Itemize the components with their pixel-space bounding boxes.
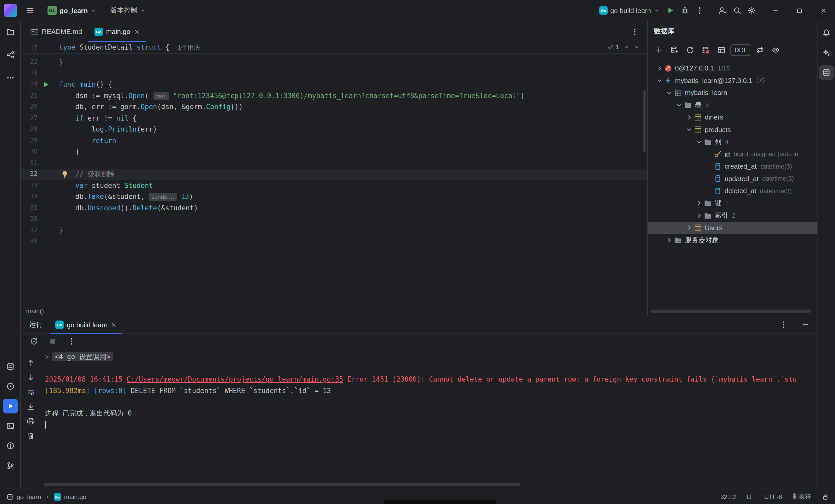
next-problem-button[interactable] (634, 44, 640, 50)
tab-options-button[interactable] (628, 24, 642, 39)
run-tool-button[interactable] (3, 399, 18, 414)
file-link[interactable]: C:/Users/meowr/Documents/projects/go_lea… (127, 375, 343, 383)
console-prev-occurrence-button[interactable] (27, 359, 35, 368)
console-soft-wrap-button[interactable] (27, 388, 35, 398)
close-button[interactable] (811, 0, 835, 21)
code-editor[interactable]: 17 type StudentDetail struct { 1个用法 1 22… (21, 42, 647, 306)
console-scrollbar[interactable] (44, 483, 520, 486)
ai-assistant-tool-button[interactable] (819, 45, 834, 60)
tree-item-mybatis-learn[interactable]: mybatis_learn (648, 87, 817, 99)
inspections-widget[interactable]: 1 (607, 43, 640, 51)
hide-panel-button[interactable] (798, 317, 813, 332)
chevron-down-icon[interactable] (655, 77, 664, 85)
console-fold-handle[interactable]: > (45, 353, 49, 361)
tree-item-id[interactable]: idbigint unsigned (auto in (648, 148, 817, 160)
tree-item-deleted-at[interactable]: deleted_atdatetime(3) (648, 185, 817, 197)
console-clear-all-button[interactable] (27, 432, 35, 442)
project-tool-button[interactable] (3, 24, 18, 39)
tree-item-products[interactable]: products (648, 123, 817, 136)
terminal-tool-button[interactable] (3, 419, 18, 433)
debug-button[interactable] (678, 3, 692, 18)
chevron-right-icon[interactable] (695, 199, 703, 207)
jump-to-data-editor-button[interactable] (715, 43, 728, 57)
status-item[interactable]: 制表符 (792, 492, 811, 501)
structure-tool-button[interactable] (3, 47, 18, 62)
tree-item-表[interactable]: 表3 (648, 99, 817, 111)
settings-button[interactable] (745, 3, 759, 18)
run-panel-options-button[interactable] (776, 317, 791, 332)
tree-item-diners[interactable]: diners (648, 111, 817, 123)
chevron-right-icon[interactable] (685, 113, 693, 122)
status-file[interactable]: main.go (64, 493, 86, 500)
database-tool-button[interactable] (3, 359, 18, 374)
status-item[interactable]: 32:12 (720, 493, 736, 500)
chevron-right-icon[interactable] (665, 236, 673, 244)
chevron-down-icon[interactable] (685, 125, 693, 134)
code-line-23[interactable]: 23 (21, 67, 647, 79)
chevron-right-icon[interactable] (695, 211, 703, 220)
tree-item-updated-at[interactable]: updated_atdatetime(3) (648, 173, 817, 185)
chevron-right-icon[interactable] (655, 64, 664, 73)
run-button[interactable] (663, 3, 678, 18)
code-line-29[interactable]: 29 return (21, 135, 647, 146)
database-scrollbar[interactable] (651, 309, 811, 313)
code-with-me-button[interactable] (715, 3, 730, 18)
sticky-line[interactable]: 17 type StudentDetail struct { 1个用法 (21, 42, 647, 54)
code-line-22[interactable]: 22} (21, 56, 647, 67)
intention-bulb-icon[interactable] (61, 170, 69, 178)
cancel-running-statements-button[interactable] (699, 43, 713, 57)
editor-tab-readme-md[interactable]: README.md (24, 21, 88, 42)
run-config-selector[interactable]: Go go build learn (596, 3, 663, 18)
tree-item-键[interactable]: 键1 (648, 197, 817, 209)
stop-button[interactable] (46, 335, 60, 348)
code-line-26[interactable]: 26 db, err := gorm.Open(dsn, &gorm.Confi… (21, 101, 647, 113)
problems-tool-button[interactable] (3, 439, 18, 453)
more-actions-button[interactable] (692, 3, 707, 18)
tree-item-服务器对象[interactable]: 服务器对象 (648, 234, 817, 246)
code-line-32[interactable]: 32 // 级联删除 (21, 168, 647, 180)
tree-item-索引[interactable]: 索引2 (648, 209, 817, 222)
run-tab[interactable]: Go go build learn (50, 316, 122, 333)
maximize-button[interactable] (787, 0, 811, 21)
jump-to-ddl-button[interactable]: DDL (730, 44, 751, 56)
compare-button[interactable] (753, 43, 767, 57)
folded-command[interactable]: <4 go 设置调用> (52, 352, 113, 361)
chevron-down-icon[interactable] (665, 89, 673, 97)
project-widget-icon[interactable] (6, 493, 14, 500)
refresh-button[interactable] (683, 43, 697, 57)
editor-scrollbar[interactable] (643, 90, 646, 152)
console-print-button[interactable] (27, 417, 35, 427)
code-line-34[interactable]: 34 db.Take(&student, conds…: 13) (21, 191, 647, 202)
code-line-38[interactable]: 38 (21, 236, 647, 247)
editor-tab-main-go[interactable]: Gomain.go (88, 21, 146, 42)
console-scroll-to-end-button[interactable] (27, 402, 35, 412)
project-widget[interactable]: GL go_learn (44, 3, 100, 18)
status-project[interactable]: go_learn (17, 493, 41, 500)
status-item[interactable]: LF (747, 493, 754, 500)
console-next-occurrence-button[interactable] (27, 373, 35, 383)
close-tab-icon[interactable] (111, 322, 117, 328)
tree-item-mybatis-learn-127-0-0-1[interactable]: mybatis_learn@127.0.0.11/6 (648, 74, 817, 87)
code-line-31[interactable]: 31 (21, 157, 647, 168)
new-button[interactable] (652, 43, 666, 57)
tree-item-created-at[interactable]: created_atdatetime(3) (648, 160, 817, 173)
code-line-36[interactable]: 36 (21, 214, 647, 225)
breadcrumb-item[interactable]: main() (26, 307, 44, 315)
minimize-button[interactable] (763, 0, 787, 21)
code-line-25[interactable]: 25 dsn := mysql.Open( dsn: "root:123456@… (21, 90, 647, 101)
console-output[interactable]: ><4 go 设置调用>2025/01/08 16:41:15 C:/Users… (41, 349, 814, 482)
vcs-widget[interactable]: 版本控制 (107, 3, 149, 18)
prev-problem-button[interactable] (623, 44, 630, 50)
code-line-24[interactable]: 24func main() { (21, 79, 647, 90)
app-logo-icon[interactable] (4, 4, 17, 17)
code-line-27[interactable]: 27 if err != nil { (21, 113, 647, 124)
chevron-down-icon[interactable] (675, 101, 683, 109)
more-tool-windows-tool-button[interactable] (3, 70, 18, 85)
database-tool-button[interactable] (819, 65, 834, 80)
data-source-properties-button[interactable] (668, 43, 681, 57)
more-options-button[interactable] (65, 335, 78, 348)
rerun-button[interactable] (27, 335, 41, 348)
run-line-icon[interactable] (42, 80, 50, 88)
tree-item-0-127-0-0-1[interactable]: 0@127.0.0.11/16 (648, 62, 817, 74)
code-line-37[interactable]: 37} (21, 225, 647, 236)
